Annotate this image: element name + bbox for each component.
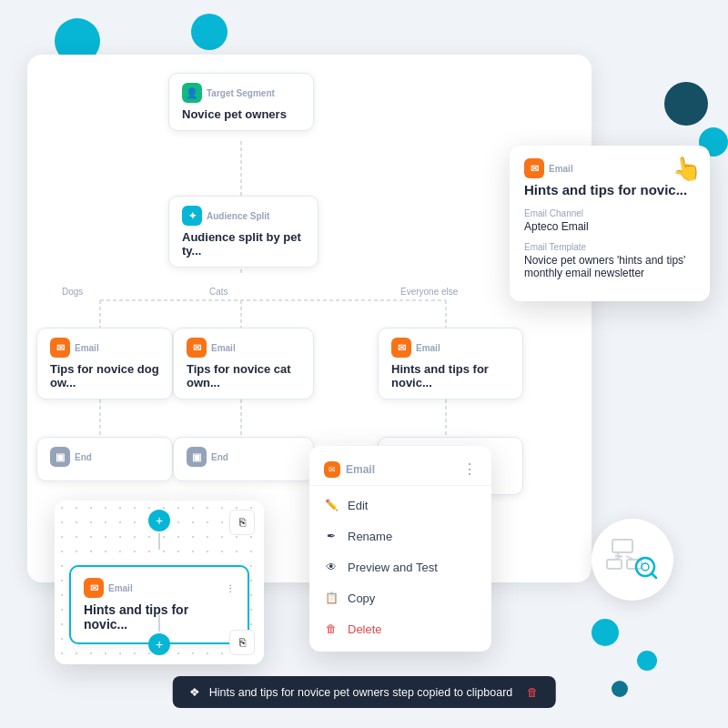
deco-circle-3 [592,619,619,646]
target-segment-icon: 👤 [182,83,202,103]
audience-split-node[interactable]: ✦ Audience Split Audience split by pet t… [168,196,318,268]
popup-email-title: Hints and tips for novic... [524,182,695,197]
popup-channel-label: Email Channel [524,208,695,218]
audience-split-title: Audience split by pet ty... [182,230,305,258]
everyone-email-icon: ✉ [391,338,411,358]
dogs-email-title: Tips for novice dog ow... [50,362,159,389]
rename-icon: ✒ [324,529,339,543]
edit-panel: + ⎘ ✉ Email ⋮ Hints and tips for novic..… [55,500,264,664]
edit-panel-more-icon[interactable]: ⋮ [226,583,235,593]
dogs-email-node[interactable]: ✉ Email Tips for novice dog ow... [36,328,173,399]
dogs-branch-label: Dogs [62,287,83,297]
target-node-title: Novice pet owners [182,107,300,121]
toast-delete-icon[interactable]: 🗑 [527,686,539,699]
cats-email-icon: ✉ [187,338,207,358]
dogs-end-icon: ▣ [50,447,70,467]
preview-icon: 👁 [324,560,339,574]
cats-end-node[interactable]: ▣ End [173,437,314,481]
context-menu-more-icon[interactable]: ⋮ [462,460,477,478]
connector-line-top [158,533,160,550]
popup-template-label: Email Template [524,242,695,252]
edit-panel-copy-bottom[interactable]: ⎘ [229,630,255,655]
context-menu-header-label: Email [346,463,375,476]
delete-icon: 🗑 [324,622,339,636]
context-menu-preview[interactable]: 👁 Preview and Test [309,551,491,582]
deco-circle-6 [664,82,708,126]
svg-line-17 [652,573,656,578]
svg-rect-9 [612,540,632,552]
edit-icon: ✏️ [324,498,339,512]
cats-email-node[interactable]: ✉ Email Tips for novice cat own... [173,328,314,399]
context-menu: ✉ Email ⋮ ✏️ Edit ✒ Rename 👁 Preview and… [309,446,491,652]
everyone-email-title: Hints and tips for novic... [391,362,510,389]
popup-channel-value: Apteco Email [524,220,695,233]
context-menu-copy[interactable]: 📋 Copy [309,582,491,613]
cats-email-title: Tips for novice cat own... [187,362,300,389]
audience-split-icon: ✦ [182,206,202,226]
popup-email-icon: ✉ [524,158,544,178]
svg-point-18 [642,563,649,571]
context-menu-rename[interactable]: ✒ Rename [309,521,491,551]
copy-icon: 📋 [324,591,339,605]
context-menu-email-icon: ✉ [324,461,340,478]
deco-circle-5 [612,681,628,697]
edit-panel-add-bottom[interactable]: + [148,633,170,655]
network-search-icon-container [592,519,673,601]
dogs-email-icon: ✉ [50,338,70,358]
edit-panel-email-node[interactable]: ✉ Email ⋮ Hints and tips for novic... [69,565,249,644]
dogs-end-node[interactable]: ▣ End [36,437,173,481]
svg-rect-12 [607,560,622,569]
connector-line-bottom [158,615,160,632]
edit-panel-add-top[interactable]: + [148,510,170,531]
network-search-svg [605,532,660,587]
deco-circle-2 [191,14,228,50]
edit-panel-email-icon: ✉ [84,578,104,598]
email-detail-popup: ✉ Email Hints and tips for novic... Emai… [510,146,710,301]
toast-message: Hints and tips for novice pet owners ste… [209,686,513,699]
context-menu-delete[interactable]: 🗑 Delete [309,613,491,644]
everyone-else-branch-label: Everyone else [400,287,458,297]
context-menu-header: ✉ Email ⋮ [309,453,491,486]
toast-notification: ❖ Hints and tips for novice pet owners s… [173,676,556,708]
popup-template-value: Novice pet owners 'hints and tips' month… [524,254,695,279]
context-menu-edit[interactable]: ✏️ Edit [309,490,491,521]
toast-icon: ❖ [189,685,200,699]
edit-panel-copy-top[interactable]: ⎘ [229,510,255,535]
everyone-email-node[interactable]: ✉ Email Hints and tips for novic... [378,328,523,399]
cats-branch-label: Cats [209,287,228,297]
cats-end-icon: ▣ [187,447,207,467]
target-segment-node[interactable]: 👤 Target Segment Novice pet owners [168,73,314,131]
deco-circle-4 [637,651,657,671]
